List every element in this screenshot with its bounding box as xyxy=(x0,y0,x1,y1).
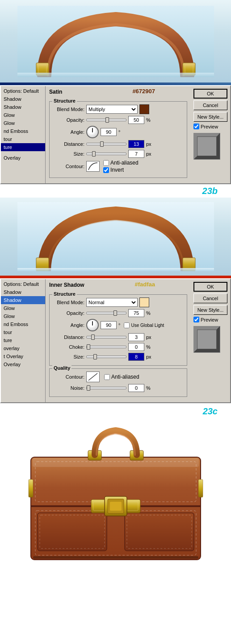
sidebar-item-shadow2[interactable]: Shadow xyxy=(1,103,45,111)
dialog-inner-shadow: Options: Default Shadow Shadow Glow Glow… xyxy=(0,276,231,403)
noise-slider-b[interactable] xyxy=(86,387,126,389)
svg-rect-25 xyxy=(110,502,122,511)
global-light-check[interactable]: Use Global Light xyxy=(124,322,164,328)
svg-rect-5 xyxy=(17,73,214,77)
sidebar-item-shadow1[interactable]: Shadow xyxy=(1,95,45,103)
sidebar-item-contour[interactable]: tour xyxy=(1,135,45,143)
sidebar-b-shadow1[interactable]: Shadow xyxy=(1,288,45,296)
distance-slider-a[interactable] xyxy=(86,143,126,145)
choke-input-b[interactable] xyxy=(128,343,144,351)
sidebar-item-texture[interactable]: ture xyxy=(1,143,45,151)
handle-svg-b xyxy=(17,202,214,271)
size-input-a[interactable] xyxy=(128,150,144,158)
sidebar-b-options[interactable]: Options: Default xyxy=(1,280,45,288)
sidebar-item-glow2[interactable]: Glow xyxy=(1,119,45,127)
preview-check-b[interactable]: Preview xyxy=(193,317,227,322)
opacity-slider-b[interactable] xyxy=(86,312,126,314)
distance-label-b: Distance: xyxy=(53,334,84,340)
preview-thumb-a xyxy=(193,133,220,160)
sidebar-item-emboss[interactable]: nd Emboss xyxy=(1,127,45,135)
new-style-button-a[interactable]: New Style... xyxy=(193,112,227,122)
sidebar-b-overlay1[interactable]: overlay xyxy=(1,344,45,352)
main-panel-a: Satin #672907 Structure Blend Mode: Mult… xyxy=(46,86,191,183)
sidebar-b-overlay2[interactable]: t Overlay xyxy=(1,352,45,360)
panel-title-b: Inner Shadow xyxy=(49,282,187,288)
blend-mode-label-a: Blend Mode: xyxy=(53,107,84,112)
angle-knob-b[interactable] xyxy=(86,319,99,331)
sidebar-b-glow2[interactable]: Glow xyxy=(1,312,45,320)
size-slider-b[interactable] xyxy=(86,355,126,358)
svg-rect-28 xyxy=(29,479,33,497)
main-panel-b: Inner Shadow #fadfaa Structure Blend Mod… xyxy=(46,279,191,402)
choke-slider-b[interactable] xyxy=(86,346,126,348)
svg-rect-29 xyxy=(198,479,203,497)
sidebar-b-texture[interactable]: ture xyxy=(1,336,45,344)
angle-input-b[interactable] xyxy=(101,321,117,329)
preview-check-a[interactable]: Preview xyxy=(193,124,227,129)
structure-title-b: Structure xyxy=(52,291,77,297)
contour-row-a: Contour: Anti-aliased Invert xyxy=(53,160,183,173)
briefcase-svg xyxy=(22,426,210,564)
cancel-button-a[interactable]: Cancel xyxy=(193,100,227,110)
sidebar-b-shadow2[interactable]: Shadow xyxy=(1,296,45,304)
sidebar-item-overlay[interactable]: Overlay xyxy=(1,154,45,162)
sidebar-item-options[interactable]: Options: Default xyxy=(1,87,45,95)
sidebar-item-glow1[interactable]: Glow xyxy=(1,111,45,119)
angle-knob-a[interactable] xyxy=(86,126,99,138)
noise-input-b[interactable] xyxy=(128,384,144,392)
distance-input-a[interactable] xyxy=(128,140,144,148)
preview-inner-b xyxy=(197,330,217,349)
angle-input-a[interactable] xyxy=(101,128,117,136)
section-c-label: 23c xyxy=(203,406,218,417)
opacity-unit-a: % xyxy=(146,117,151,123)
section-b-header: 23b xyxy=(0,184,231,198)
size-row-a: Size: px xyxy=(53,150,183,158)
sidebar-b-glow1[interactable]: Glow xyxy=(1,304,45,312)
new-style-button-b[interactable]: New Style... xyxy=(193,305,227,315)
opacity-label-a: Opacity: xyxy=(53,117,84,123)
anti-aliased-check-b[interactable]: Anti-aliased xyxy=(104,374,139,380)
size-input-b[interactable] xyxy=(128,353,144,361)
structure-title-a: Structure xyxy=(52,98,77,103)
invert-check-a[interactable]: Invert xyxy=(103,167,139,173)
ok-button-a[interactable]: OK xyxy=(193,89,227,99)
opacity-input-a[interactable] xyxy=(128,116,144,124)
sidebar-b-overlay3[interactable]: Overlay xyxy=(1,360,45,368)
dialog-wrapper-b: Options: Default Shadow Shadow Glow Glow… xyxy=(0,278,231,403)
distance-slider-b[interactable] xyxy=(86,336,126,339)
noise-row-b: Noise: % xyxy=(53,384,183,392)
blend-mode-select-b[interactable]: Normal xyxy=(86,298,138,307)
choke-label-b: Choke: xyxy=(53,344,84,350)
contour-preview-b[interactable] xyxy=(86,372,100,382)
angle-label-a: Angle: xyxy=(53,129,84,135)
noise-unit-b: % xyxy=(146,385,151,391)
sidebar-b: Options: Default Shadow Shadow Glow Glow… xyxy=(1,279,46,402)
opacity-input-b[interactable] xyxy=(128,309,144,317)
sidebar-b-emboss[interactable]: nd Emboss xyxy=(1,320,45,328)
anti-aliased-check-a[interactable]: Anti-aliased xyxy=(103,160,139,166)
distance-label-a: Distance: xyxy=(53,141,84,147)
color-swatch-b[interactable] xyxy=(139,297,149,307)
handle-illustration-b xyxy=(0,198,231,276)
blend-mode-select-a[interactable]: Multiply xyxy=(86,105,138,114)
sidebar-a: Options: Default Shadow Shadow Glow Glow… xyxy=(1,86,46,183)
opacity-slider-a[interactable] xyxy=(86,119,126,121)
angle-label-b: Angle: xyxy=(53,322,84,328)
distance-input-b[interactable] xyxy=(128,333,144,341)
opacity-row-a: Opacity: % xyxy=(53,116,183,124)
distance-row-a: Distance: px xyxy=(53,140,183,148)
ok-button-b[interactable]: OK xyxy=(193,282,227,292)
angle-row-b: Angle: ° Use Global Light xyxy=(53,319,183,331)
cancel-button-b[interactable]: Cancel xyxy=(193,293,227,303)
contour-row-b: Contour: Anti-aliased xyxy=(53,372,183,382)
color-swatch-a[interactable] xyxy=(139,104,149,114)
structure-group-a: Structure Blend Mode: Multiply Opacity: xyxy=(49,101,187,178)
size-slider-a[interactable] xyxy=(86,153,126,155)
contour-preview-a[interactable] xyxy=(86,161,100,172)
sidebar-b-contour[interactable]: tour xyxy=(1,328,45,336)
contour-label-a: Contour: xyxy=(53,164,84,169)
svg-rect-17 xyxy=(125,513,194,551)
briefcase-illustration xyxy=(0,419,231,571)
opacity-unit-b: % xyxy=(146,310,151,316)
structure-group-b: Structure Blend Mode: Normal Opacity: xyxy=(49,294,187,366)
